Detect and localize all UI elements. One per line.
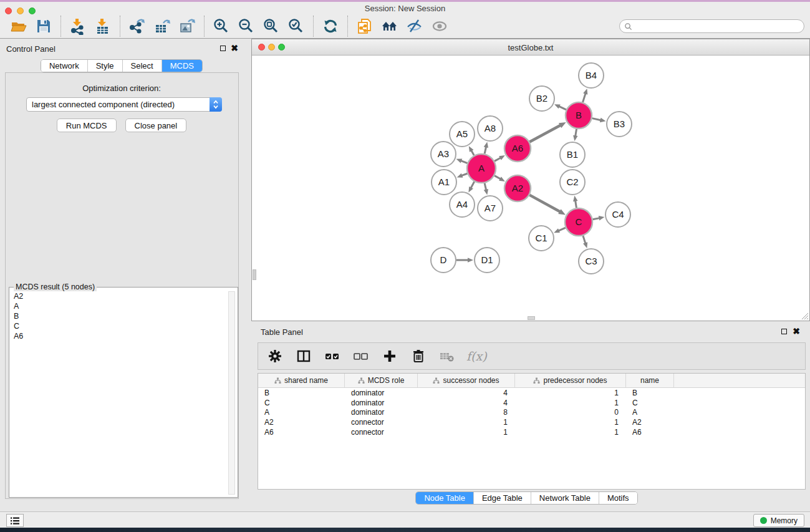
tab-select[interactable]: Select [123,60,162,72]
edge-B-B4[interactable] [583,94,586,102]
export-network-button[interactable] [125,16,150,36]
node-D1[interactable] [475,248,499,273]
cell-name[interactable]: A6 [626,428,674,437]
edge-A-A8[interactable] [485,147,486,153]
cell-predecessor-nodes[interactable]: 1 [515,399,626,407]
edge-A-A6[interactable] [494,158,501,161]
list-item[interactable]: A6 [10,331,226,341]
network-horizontal-scrollbar[interactable] [528,316,535,320]
node-C4[interactable] [605,202,630,227]
table-row[interactable]: Cdominator41C [258,398,805,408]
node-B4[interactable] [579,63,604,88]
node-C2[interactable] [560,170,585,195]
node-A7[interactable] [478,196,503,221]
column-header-shared-name[interactable]: shared name [258,374,345,387]
node-table[interactable]: shared nameMCDS rolesuccessor nodesprede… [258,373,806,490]
delete-table-button[interactable] [438,347,456,365]
node-A[interactable] [467,154,496,183]
show-column-panel-button[interactable] [294,347,313,365]
tab-network[interactable]: Network [41,60,88,72]
task-history-button[interactable] [6,514,24,527]
edge-C-C4[interactable] [593,218,600,220]
node-A8[interactable] [478,116,503,141]
edge-A-A5[interactable] [471,150,474,155]
list-item[interactable]: B [10,311,226,321]
table-row[interactable]: Adominator80A [258,408,805,418]
cell-shared-name[interactable]: A2 [258,418,345,427]
cell-shared-name[interactable]: A6 [258,428,345,437]
cell-successor-nodes[interactable]: 8 [418,408,515,417]
cell-name[interactable]: B [626,389,674,397]
tab-network-table[interactable]: Network Table [531,492,599,504]
edge-A-A1[interactable] [461,173,467,175]
node-B2[interactable] [529,86,554,111]
node-C[interactable] [565,208,592,236]
cell-shared-name[interactable]: B [258,389,345,397]
node-B1[interactable] [560,142,585,167]
cell-MCDS-role[interactable]: dominator [345,408,418,417]
cell-successor-nodes[interactable]: 1 [418,428,515,437]
create-column-button[interactable] [380,347,399,365]
delete-columns-button[interactable] [409,347,428,365]
edge-B-B3[interactable] [592,118,601,120]
cell-successor-nodes[interactable]: 4 [418,389,515,397]
node-D[interactable] [431,248,456,273]
cell-name[interactable]: C [626,399,674,407]
edge-C-C3[interactable] [583,236,586,243]
cell-MCDS-role[interactable]: dominator [345,399,418,407]
select-all-columns-button[interactable] [323,347,342,365]
import-network-button[interactable] [65,16,90,36]
edge-C-C1[interactable] [559,228,566,231]
node-C1[interactable] [529,226,554,251]
show-hidden-button[interactable] [427,16,452,36]
cell-MCDS-role[interactable]: connector [345,428,418,437]
cell-MCDS-role[interactable]: dominator [345,389,418,397]
node-A2[interactable] [504,175,531,201]
column-header-successor-nodes[interactable]: successor nodes [418,374,515,387]
edge-A2-C[interactable] [529,195,560,212]
cell-successor-nodes[interactable]: 4 [418,399,515,407]
edge-B-B2[interactable] [559,106,566,109]
cell-name[interactable]: A2 [626,418,674,427]
network-canvas[interactable]: AA1A2A3A4A5A6A7A8BB1B2B3B4CC1C2C3C4DD1 [252,56,809,321]
zoom-out-button[interactable] [234,16,259,36]
cell-predecessor-nodes[interactable]: 1 [515,428,626,437]
close-panel-icon[interactable]: ✖ [231,45,238,51]
list-item[interactable]: A2 [10,291,226,301]
node-B[interactable] [566,102,592,128]
node-B3[interactable] [607,112,632,137]
tab-style[interactable]: Style [88,60,123,72]
cell-shared-name[interactable]: C [258,399,345,407]
table-row[interactable]: A2connector11A2 [258,417,805,427]
cell-successor-nodes[interactable]: 1 [418,418,515,427]
run-mcds-button[interactable]: Run MCDS [57,118,117,132]
list-item[interactable]: C [10,321,226,331]
column-header-predecessor-nodes[interactable]: predecessor nodes [515,374,626,387]
table-row[interactable]: Bdominator41B [258,388,805,398]
save-session-button[interactable] [31,16,56,36]
edge-A6-B[interactable] [529,125,561,142]
float-table-panel-icon[interactable] [781,329,787,334]
node-A5[interactable] [450,122,475,147]
resize-grip-icon[interactable] [800,311,809,320]
new-network-from-selection-button[interactable] [352,16,377,36]
column-settings-button[interactable] [266,347,284,365]
tab-edge-table[interactable]: Edge Table [474,492,531,504]
zoom-selected-button[interactable] [284,16,309,36]
hide-selected-button[interactable] [402,16,427,36]
cell-MCDS-role[interactable]: connector [345,418,418,427]
memory-button[interactable]: Memory [753,514,804,527]
deselect-all-columns-button[interactable] [352,347,370,365]
cell-shared-name[interactable]: A [258,408,345,417]
edge-A-A3[interactable] [461,161,467,163]
close-panel-button[interactable]: Close panel [125,118,187,132]
cell-predecessor-nodes[interactable]: 1 [515,418,626,427]
column-header-MCDS-role[interactable]: MCDS role [345,374,418,387]
node-C3[interactable] [579,249,604,274]
zoom-fit-button[interactable] [259,16,284,36]
search-input[interactable] [632,22,804,31]
function-builder-button[interactable]: f(x) [466,349,487,363]
cell-predecessor-nodes[interactable]: 0 [515,408,626,417]
first-neighbors-button[interactable] [377,16,402,36]
network-vertical-scrollbar[interactable] [253,269,256,280]
